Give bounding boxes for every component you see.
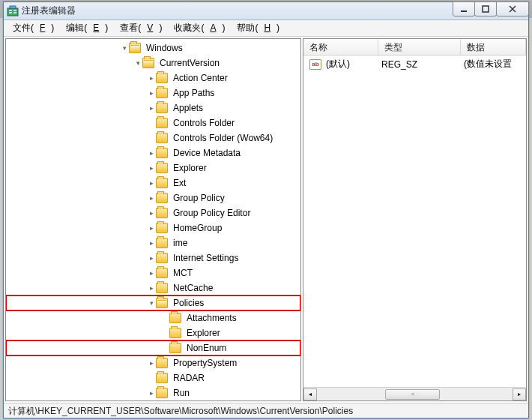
tree-node-label: Group Policy Editor [171,207,253,219]
folder-icon [156,118,168,128]
tree-node-label: Applets [171,102,205,114]
tree-node-controls-folder-wow64-[interactable]: Controls Folder (Wow64) [6,130,300,146]
folder-icon [156,193,168,203]
tree-node-nonenum[interactable]: NonEnum [6,340,300,356]
folder-icon [156,388,168,398]
maximize-button[interactable] [474,2,497,16]
tree-expand-icon[interactable]: ▸ [147,149,156,157]
tree-collapse-icon[interactable]: ▾ [147,299,156,307]
tree-node-policies[interactable]: ▾Policies [6,296,300,310]
tree-node-propertysystem[interactable]: ▸PropertySystem [6,356,300,370]
list-row[interactable]: ab(默认)REG_SZ(数值未设置 [303,56,526,73]
tree-node-group-policy-editor[interactable]: ▸Group Policy Editor [6,206,300,220]
statusbar: 计算机\HKEY_CURRENT_USER\Software\Microsoft… [4,403,528,418]
value-data: (数值未设置 [464,58,523,70]
minimize-button[interactable] [453,2,475,16]
col-name[interactable]: 名称 [303,39,378,55]
tree-expand-icon[interactable]: ▸ [147,104,156,112]
tree-node-device-metadata[interactable]: ▸Device Metadata [6,146,300,160]
tree-expand-icon[interactable]: ▸ [147,239,156,247]
tree-node-mct[interactable]: ▸MCT [6,266,300,280]
folder-open-icon [156,298,168,308]
tree-collapse-icon[interactable]: ▾ [120,44,129,52]
tree-node-run[interactable]: ▸Run [6,386,300,400]
tree-node-radar[interactable]: RADAR [6,370,300,386]
tree-expand-icon[interactable]: ▸ [147,389,156,397]
folder-icon [156,133,168,143]
tree-node-label: Run [171,387,192,399]
scroll-right-button[interactable]: ▸ [513,388,526,400]
tree-node-internet-settings[interactable]: ▸Internet Settings [6,250,300,266]
tree-node-homegroup[interactable]: ▸HomeGroup [6,220,300,236]
svg-rect-1 [9,10,12,11]
tree-node-currentversion[interactable]: ▾CurrentVersion [6,56,300,70]
folder-icon [169,343,181,353]
tree-node-netcache[interactable]: ▸NetCache [6,280,300,296]
tree-node-label: Windows [144,42,185,54]
folder-icon [156,88,168,98]
list-pane: 名称 类型 数据 ab(默认)REG_SZ(数值未设置 ◂ ≡ ▸ [303,38,527,401]
horizontal-scrollbar[interactable]: ◂ ≡ ▸ [303,387,526,400]
tree-node-windows[interactable]: ▾Windows [6,40,300,56]
tree-node-label: Device Metadata [171,147,243,159]
tree-node-explorer[interactable]: Explorer [6,326,300,340]
folder-icon [156,238,168,248]
scroll-thumb[interactable]: ≡ [385,389,440,400]
tree-node-ext[interactable]: ▸Ext [6,176,300,190]
tree-node-label: Controls Folder (Wow64) [171,132,275,144]
tree-node-label: RADAR [171,372,207,384]
tree-node-explorer[interactable]: ▸Explorer [6,160,300,176]
menu-f[interactable]: 文件(F) [7,22,60,34]
value-type: REG_SZ [381,59,464,70]
svg-rect-4 [13,12,16,14]
menu-h[interactable]: 帮助(H) [231,22,285,34]
scroll-left-button[interactable]: ◂ [303,388,317,400]
tree-node-label: Attachments [184,312,239,324]
tree-expand-icon[interactable]: ▸ [147,74,156,82]
tree-expand-icon[interactable]: ▸ [147,359,156,367]
tree-node-label: Ext [171,177,188,189]
menu-v[interactable]: 查看(V) [114,22,168,34]
list-body[interactable]: ab(默认)REG_SZ(数值未设置 [303,56,526,387]
menu-a[interactable]: 收藏夹(A) [168,22,231,34]
tree-node-label: CurrentVersion [157,57,222,69]
tree-node-label: App Paths [171,87,217,99]
folder-icon [169,313,181,323]
col-type[interactable]: 类型 [378,39,461,55]
tree-pane[interactable]: ▾Windows▾CurrentVersion▸Action Center▸Ap… [5,38,301,401]
folder-icon [156,73,168,83]
menu-e[interactable]: 编辑(E) [60,22,114,34]
scroll-track[interactable]: ≡ [317,388,513,400]
tree-node-controls-folder[interactable]: Controls Folder [6,116,300,130]
tree-node-ime[interactable]: ▸ime [6,236,300,250]
maximize-icon [482,5,489,13]
titlebar[interactable]: 注册表编辑器 [4,2,528,20]
col-data[interactable]: 数据 [461,39,526,55]
tree-expand-icon[interactable]: ▸ [147,164,156,172]
menubar: 文件(F)编辑(E)查看(V)收藏夹(A)帮助(H) [4,20,528,37]
tree-expand-icon[interactable]: ▸ [147,269,156,277]
tree-node-applets[interactable]: ▸Applets [6,100,300,116]
svg-rect-3 [13,10,16,11]
tree-node-app-paths[interactable]: ▸App Paths [6,86,300,100]
folder-icon [156,103,168,113]
tree-expand-icon[interactable]: ▸ [147,284,156,292]
tree-expand-icon[interactable]: ▸ [147,224,156,232]
tree-node-group-policy[interactable]: ▸Group Policy [6,190,300,206]
folder-icon [156,373,168,383]
tree-node-attachments[interactable]: Attachments [6,310,300,326]
svg-rect-2 [9,12,12,14]
tree-node-label: MCT [171,267,195,279]
tree-expand-icon[interactable]: ▸ [147,254,156,262]
folder-icon [156,358,168,368]
tree-node-action-center[interactable]: ▸Action Center [6,70,300,86]
tree-expand-icon[interactable]: ▸ [147,89,156,97]
tree-expand-icon[interactable]: ▸ [147,209,156,217]
window-controls [453,2,529,16]
window-title: 注册表编辑器 [22,4,525,17]
tree-collapse-icon[interactable]: ▾ [133,59,142,67]
tree-expand-icon[interactable]: ▸ [147,179,156,187]
tree-expand-icon[interactable]: ▸ [147,194,156,202]
close-button[interactable] [496,2,529,16]
tree-node-label: Explorer [184,327,223,339]
